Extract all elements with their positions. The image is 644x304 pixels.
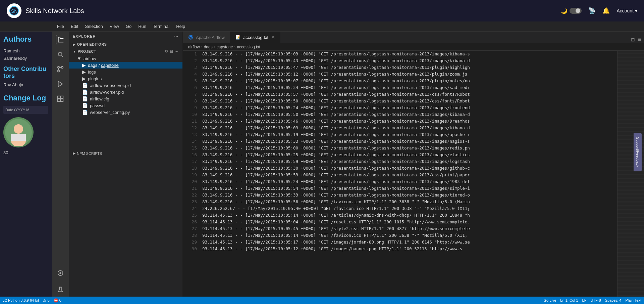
support-feedback-tab[interactable]: Support/Feedback <box>634 133 642 171</box>
menu-help[interactable]: Help <box>173 21 189 31</box>
explorer-icon[interactable] <box>56 35 65 44</box>
explorer-title: EXPLORER <box>73 34 96 38</box>
theme-toggle[interactable]: 🌙 <box>561 8 582 14</box>
editor-area: 🌀 Apache Airflow 📝 accesslog.txt ✕ ⊡ ≡ a… <box>183 32 644 297</box>
svg-point-8 <box>58 70 60 72</box>
file-webserver-config-py[interactable]: 📄 webserver_config.py <box>69 109 182 116</box>
editor-content[interactable]: 12345 678910 1112131415 1617181920 21222… <box>183 51 644 297</box>
status-python[interactable]: ⎇ Python 3.6.9 64-bit <box>3 298 39 303</box>
code-line-8: 83.149.9.216 - - [17/May/2015:10:05:50 +… <box>202 98 617 104</box>
code-line-13: 83.149.9.216 - - [17/May/2015:10:05:19 +… <box>202 131 617 138</box>
svg-rect-5 <box>11 134 26 141</box>
minimap <box>617 51 644 297</box>
npm-scripts-section[interactable]: ▶ NPM SCRIPTS <box>69 149 182 158</box>
file-passwd[interactable]: 📄 passwd <box>69 102 182 109</box>
breadcrumb-accesslog[interactable]: accesslog.txt <box>237 45 260 49</box>
toggle-switch[interactable] <box>570 8 582 14</box>
code-line-21: 83.149.9.216 - - [17/May/2015:10:05:54 +… <box>202 185 617 192</box>
explorer-header: EXPLORER ··· <box>69 32 182 41</box>
tab-apache-airflow[interactable]: 🌀 Apache Airflow <box>183 32 230 43</box>
page-number: 30- <box>3 150 48 155</box>
breadcrumb-capstone[interactable]: capstone <box>217 45 233 49</box>
open-editors-label: OPEN EDITORS <box>77 42 107 46</box>
chevron-down-project-icon: ▼ <box>73 50 76 53</box>
tab-close-icon[interactable]: ✕ <box>271 35 275 40</box>
menu-view[interactable]: View <box>106 21 122 31</box>
topbar: SN Skills Network Labs 🌙 📡 🔔 Account ▾ <box>0 0 644 21</box>
more-project-icon[interactable]: ··· <box>174 49 178 54</box>
avatar <box>3 117 34 147</box>
tab-accesslog[interactable]: 📝 accesslog.txt ✕ <box>230 32 280 43</box>
status-go-live[interactable]: Go Live <box>543 298 556 302</box>
refresh-icon[interactable]: ↺ <box>165 49 168 54</box>
menu-go[interactable]: Go <box>122 21 135 31</box>
run-icon[interactable] <box>56 79 65 89</box>
status-right: Go Live Ln 1, Col 1 LF UTF-8 Spaces: 4 P… <box>543 298 641 302</box>
status-warnings[interactable]: ⚠ 0 <box>43 298 49 303</box>
svg-rect-13 <box>61 96 63 98</box>
status-bar: ⎇ Python 3.6.9 64-bit ⚠ 0 ⛔ 0 Go Live Ln… <box>0 297 644 304</box>
date-box: Date (YYYY M <box>3 106 48 114</box>
search-icon[interactable] <box>56 50 65 59</box>
open-editors-section[interactable]: ▶ OPEN EDITORS <box>69 41 182 48</box>
status-encoding[interactable]: UTF-8 <box>590 298 601 302</box>
other-contributors-title: Other Contribu tors <box>3 66 48 80</box>
file-airflow-webserver-pid[interactable]: 📄 airflow-webserver.pid <box>69 82 182 89</box>
breadcrumb-sep-3: › <box>234 45 235 49</box>
file-tree: ▼ airflow ▶ dags / capstone ▶ logs ▶ plu… <box>69 55 182 116</box>
more-options-icon[interactable]: ··· <box>174 34 178 38</box>
status-errors[interactable]: ⛔ 0 <box>54 298 61 303</box>
breadcrumb-dags[interactable]: dags <box>204 45 213 49</box>
project-section[interactable]: ▼ PROJECT ↺ ⊟ ··· <box>69 48 182 55</box>
folder-plugins[interactable]: ▶ plugins <box>69 75 182 82</box>
tab-label-accesslog: accesslog.txt <box>243 35 268 40</box>
folder-airflow-label: airflow <box>84 56 96 61</box>
folder-logs[interactable]: ▶ logs <box>69 69 182 75</box>
svg-line-7 <box>62 56 63 57</box>
menu-selection[interactable]: Selection <box>82 21 106 31</box>
svg-marker-11 <box>58 81 63 87</box>
code-line-1: 83.149.9.216 - - [17/May/2015:10:05:03 +… <box>202 51 617 57</box>
status-cursor-pos[interactable]: Ln 1, Col 1 <box>560 298 578 302</box>
menu-terminal[interactable]: Terminal <box>150 21 173 31</box>
breadcrumb-airflow[interactable]: airflow <box>188 45 200 49</box>
file-icon-4: 📄 <box>82 103 88 108</box>
flask-icon[interactable] <box>56 285 65 295</box>
menu-file[interactable]: File <box>54 21 67 31</box>
menu-run[interactable]: Run <box>135 21 150 31</box>
menu-edit[interactable]: Edit <box>67 21 82 31</box>
status-left: ⎇ Python 3.6.9 64-bit ⚠ 0 ⛔ 0 <box>3 298 61 303</box>
account-button[interactable]: Account ▾ <box>616 8 637 13</box>
status-line-ending[interactable]: LF <box>582 298 587 302</box>
code-line-18: 83.149.9.216 - - [17/May/2015:10:05:30 +… <box>202 165 617 172</box>
project-actions: ↺ ⊟ ··· <box>165 49 178 54</box>
notification-icon[interactable]: 🔔 <box>602 7 610 14</box>
collapse-icon[interactable]: ⊟ <box>170 49 173 54</box>
split-editor-icon[interactable]: ⊡ <box>631 37 635 42</box>
folder-airflow[interactable]: ▼ airflow <box>69 55 182 62</box>
svg-rect-12 <box>58 96 60 98</box>
file-airflow-worker-pid[interactable]: 📄 airflow-worker.pid <box>69 89 182 95</box>
author-2: Sannareddy <box>3 55 48 62</box>
status-spaces[interactable]: Spaces: 4 <box>605 298 622 302</box>
folder-dags-capstone[interactable]: ▶ dags / capstone <box>69 62 182 69</box>
file-airflow-cfg[interactable]: 📄 airflow.cfg <box>69 95 182 102</box>
broadcast-icon[interactable]: 📡 <box>588 7 596 14</box>
code-content: 83.149.9.216 - - [17/May/2015:10:05:03 +… <box>200 51 617 297</box>
chevron-down-icon: ▼ <box>77 56 82 61</box>
extensions-icon[interactable] <box>56 94 65 103</box>
filename-webserver-config: webserver_config.py <box>90 110 130 115</box>
code-line-17: 83.149.9.216 - - [17/May/2015:10:05:59 +… <box>202 158 617 165</box>
svg-rect-14 <box>58 99 60 101</box>
other-author-1: Rav Ahuja <box>3 82 48 88</box>
source-control-icon[interactable] <box>56 64 65 74</box>
authors-panel: Authors Ramesh Sannareddy Other Contribu… <box>0 32 52 297</box>
file-icon-3: 📄 <box>82 96 88 101</box>
code-line-23: 83.149.9.216 - - [17/May/2015:10:05:56 +… <box>202 199 617 205</box>
code-line-25: 93.114.45.13 - - [17/May/2015:10:05:14 +… <box>202 212 617 219</box>
code-line-26: 93.114.45.13 - - [17/May/2015:10:05:04 +… <box>202 219 617 225</box>
status-language[interactable]: Plain Text <box>626 298 642 302</box>
remote-icon[interactable] <box>56 268 65 278</box>
more-actions-icon[interactable]: ≡ <box>638 36 641 43</box>
code-line-27: 93.114.45.13 - - [17/May/2015:10:05:45 +… <box>202 225 617 232</box>
